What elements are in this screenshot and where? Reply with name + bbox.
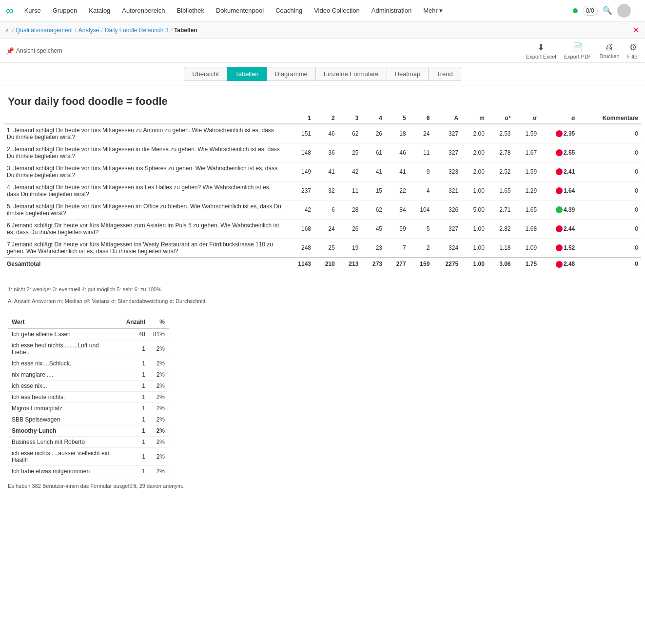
avg-indicator [556,187,563,194]
user-menu-icon[interactable]: – [636,7,639,14]
cell-4: 46 [385,143,409,162]
cell-1: 32 [314,181,338,201]
cell-7: 1.00 [461,239,488,258]
total-cell-3: 273 [361,258,385,270]
tab-diagramme[interactable]: Diagramme [267,67,316,81]
logo-icon[interactable]: ∞ [6,4,14,17]
col-avg-header: ø [540,113,578,124]
tab-tabellen[interactable]: Tabellen [227,67,267,81]
col-sigma-header: σ [514,113,540,124]
col-a-header: A [432,113,461,124]
total-avg-indicator [556,261,563,268]
list-item: Smoothy-Lunch12% [8,425,169,436]
cell-0: 42 [285,201,314,220]
nav-autorenbereich[interactable]: Autorenbereich [117,4,170,17]
second-section: Wert Anzahl % Ich gehe alleine Essen4881… [0,311,645,499]
search-icon[interactable]: 🔍 [603,6,612,15]
cell-5: 2 [409,239,433,258]
col-6-header: 6 [409,113,433,124]
cell-6: 323 [432,162,461,181]
breadcrumb-analyse[interactable]: Analyse [78,27,99,34]
avatar[interactable] [617,4,631,18]
percent-cell: 2% [149,380,169,391]
avg-indicator [556,168,563,175]
filter-button[interactable]: ⚙ Filter [627,42,639,60]
tab-trend[interactable]: Trend [429,67,461,81]
list-item: Business Lunch mit Roberto12% [8,436,169,447]
table-header-row: 1 2 3 4 5 6 A m σ² σ ø Kommentare [4,113,641,124]
breadcrumb-daily-foodle[interactable]: Daily Foodle Relaunch 3 [105,27,169,34]
tabs-bar: Übersicht Tabellen Diagramme Einzelne Fo… [0,63,645,85]
nav-more[interactable]: Mehr ▾ [418,4,448,17]
export-pdf-button[interactable]: 📄 Export PDF [564,42,592,60]
cell-6: 327 [432,143,461,162]
anzahl-cell: 1 [122,447,149,465]
nav-gruppen[interactable]: Gruppen [48,4,82,17]
avg-cell: 2.35 [540,124,578,143]
nav-kurse[interactable]: Kurse [20,4,46,17]
avg-indicator [556,244,563,251]
list-item: Ich gehe alleine Essen4881% [8,328,169,340]
tab-einzelne-formulare[interactable]: Einzelne Formulare [316,67,387,81]
cell-7: 2.00 [461,124,488,143]
nav-dokumentenpool[interactable]: Dokumentenpool [211,4,269,17]
nav-video-collection[interactable]: Video Collection [309,4,365,17]
percent-cell: 2% [149,436,169,447]
nav-bibliothek[interactable]: Bibliothek [172,4,209,17]
table-row: 7.Jemand schlägt Dir heute vor fürs Mitt… [4,239,641,258]
list-item: Ich ess heute nichts.12% [8,391,169,402]
save-view-button[interactable]: Ansicht speichern [16,47,62,54]
status-dot [573,8,578,13]
question-cell: 2. Jemand schlägt Dir heute vor fürs Mit… [4,143,285,162]
tab-heatmap[interactable]: Heatmap [387,67,429,81]
comments-cell: 0 [578,162,641,181]
nav-administration[interactable]: Administration [367,4,416,17]
percent-cell: 2% [149,414,169,425]
wert-cell: SBB Speisewagen [8,414,122,425]
wert-cell: ich esse heut nichts.........Luft und Li… [8,340,122,358]
table-row: 5. Jemand schlägt Dir heute vor fürs Mit… [4,201,641,220]
export-excel-button[interactable]: ⬇ Export Excel [526,42,556,60]
cell-1: 6 [314,201,338,220]
list-item: Ich esse nix....Schluck..12% [8,358,169,369]
anzahl-cell: 1 [122,465,149,477]
avg-cell: 1.64 [540,181,578,201]
avg-cell: 2.55 [540,143,578,162]
cell-5: 5 [409,220,433,239]
cell-6: 327 [432,124,461,143]
cell-7: 5.00 [461,201,488,220]
table-row: 3. Jemand schlägt Dir heute vor fürs Mit… [4,162,641,181]
back-button[interactable]: ‹ [6,26,8,34]
total-row: Gesamttotal114321021327327715922751.003.… [4,258,641,270]
cell-3: 45 [361,220,385,239]
cell-1: 25 [314,239,338,258]
wert-cell: ich esse nichts.....ausser vielleicht ei… [8,447,122,465]
print-button[interactable]: 🖨 Drucken [600,42,620,60]
cell-8: 1.65 [488,181,514,201]
nav-katalog[interactable]: Katalog [84,4,115,17]
cell-0: 151 [285,124,314,143]
legend: 1: nicht 2: weniger 3: eventuell 4: gut … [0,280,645,311]
breadcrumb-qualitaetsmanagement[interactable]: Qualitätsmanagement [16,27,73,34]
cell-0: 148 [285,143,314,162]
percent-cell: 2% [149,402,169,414]
list-item: ich esse nix...12% [8,380,169,391]
percent-cell: 2% [149,447,169,465]
percent-cell: 2% [149,425,169,436]
cell-7: 2.00 [461,162,488,181]
col-comments-header: Kommentare [578,113,641,124]
comments-cell: 0 [578,181,641,201]
cell-5: 24 [409,124,433,143]
breadcrumb-bar: ‹ / Qualitätsmanagement / Analyse / Dail… [0,21,645,39]
cell-8: 2.78 [488,143,514,162]
cell-3: 15 [361,181,385,201]
cell-9: 1.09 [514,239,540,258]
second-col-anzahl-header: Anzahl [122,316,149,328]
list-item: SBB Speisewagen12% [8,414,169,425]
tab-ubersicht[interactable]: Übersicht [184,67,227,81]
close-button[interactable]: ✕ [633,25,639,35]
list-item: Ich habe etwas mitgenommen12% [8,465,169,477]
cell-6: 324 [432,239,461,258]
anzahl-cell: 1 [122,425,149,436]
nav-coaching[interactable]: Coaching [271,4,307,17]
